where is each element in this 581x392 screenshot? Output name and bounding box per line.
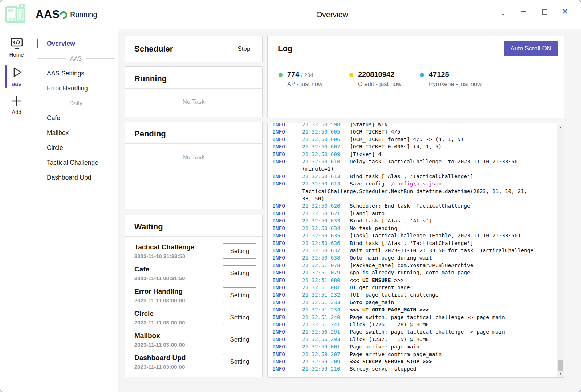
rail-item-home[interactable]: Home — [0, 33, 33, 61]
log-timestamp: 21:32:59.001 — [302, 344, 340, 350]
setting-button[interactable]: Setting — [223, 287, 256, 303]
pending-empty-text: No Task — [125, 144, 262, 161]
log-entry: INFO21:32:51.081 | UI get current page — [302, 284, 556, 291]
log-separator: | — [340, 144, 350, 150]
log-separator: | — [340, 240, 350, 246]
setting-button[interactable]: Setting — [223, 354, 256, 369]
log-separator: | — [340, 351, 350, 357]
log-entry: INFO21:32:50.637 | Wait until 2023-11-10… — [302, 247, 556, 254]
running-title: Running — [125, 67, 262, 88]
task-next-run-time: 2023-11-11 03:00:00 — [134, 319, 185, 326]
close-button[interactable]: ✕ — [559, 5, 571, 19]
stat-value: 220810942 — [358, 70, 394, 78]
stat-pyroxene: 47125Pyroxene - just now — [420, 70, 491, 87]
log-entry: INFO21:32:51.233 | Goto page_main — [302, 299, 556, 306]
log-entry: INFO21:32:50.610 | Delay task `TacticalC… — [302, 158, 556, 173]
scroll-down-arrow-icon[interactable]: ▼ — [557, 371, 564, 376]
setting-button[interactable]: Setting — [223, 243, 256, 259]
log-timestamp: 21:32:50.614 — [302, 181, 340, 187]
sidebar-item-overview[interactable]: Overview — [33, 36, 118, 51]
sidebar-item-mailbox[interactable]: Mailbox — [33, 126, 118, 140]
setting-button[interactable]: Setting — [223, 265, 256, 281]
auto-scroll-toggle-button[interactable]: Auto Scroll ON — [504, 41, 558, 56]
log-level: INFO — [272, 262, 285, 269]
sidebar-item-error-handling[interactable]: Error Handling — [33, 81, 118, 96]
log-entry: INFO21:32:50.634 | No task pending — [302, 225, 556, 232]
task-name: Mailbox — [134, 332, 185, 340]
log-separator: | — [340, 329, 350, 335]
stat-text: 774/ 234AP - just now — [287, 70, 322, 87]
play-icon — [10, 66, 23, 79]
log-entry: INFO21:32:51.241 | Click (1226, 28) @ HO… — [302, 321, 556, 328]
log-level: INFO — [272, 202, 285, 209]
log-timestamp: 21:32:51.232 — [302, 292, 340, 298]
log-level: INFO — [272, 269, 285, 276]
log-message: Click (1226, 28) @ HOME — [350, 322, 429, 327]
setting-button[interactable]: Setting — [223, 310, 256, 325]
log-entry: INFO21:32:56.291 | Page switch: page_tac… — [302, 328, 556, 335]
minimize-button[interactable] — [517, 5, 530, 19]
waiting-row-dashboard-upd: Dashboard Upd2023-11-11 03:00:00Setting — [134, 351, 256, 373]
log-separator: | — [340, 173, 350, 179]
task-name: Tactical Challenge — [134, 243, 194, 251]
plus-icon — [11, 95, 23, 107]
nav-section-aas: AAS — [33, 51, 118, 66]
nav-item-label: Cafe — [47, 114, 60, 122]
log-entry: INFO21:32:50.609 | [Ticket] 4 — [302, 151, 556, 158]
log-timestamp: 21:32:50.610 — [302, 159, 340, 164]
log-entry: INFO21:32:50.598 | [Status] WIN — [302, 123, 556, 128]
log-message: Page switch: page_tactical_challenge -> … — [350, 329, 505, 335]
waiting-row-tactical-challenge: Tactical Challenge2023-11-10 21:33:50Set… — [134, 240, 256, 262]
log-level: INFO — [272, 351, 285, 358]
rail-item-add[interactable]: Add — [0, 90, 33, 119]
sidebar-item-circle[interactable]: Circle — [33, 140, 118, 155]
sidebar-item-dashboard-upd[interactable]: Dashboard Upd — [33, 170, 118, 185]
log-entry: INFO21:32:51.079 | App is already runnin… — [302, 269, 556, 276]
stat-dot-icon — [349, 73, 353, 77]
log-separator: | — [340, 307, 350, 313]
scrollbar-thumb[interactable] — [558, 360, 563, 371]
log-message: TacticalChallenge.Scheduler.NextRun=date… — [302, 188, 527, 194]
log-message: [Lang] auto — [350, 211, 385, 216]
log-message: [UI] page_tactical_challenge — [350, 292, 438, 298]
task-name: Cafe — [134, 265, 185, 273]
task-next-run-time: 2023-11-11 03:00:00 — [134, 342, 185, 348]
task-info: Tactical Challenge2023-11-10 21:33:50 — [134, 243, 194, 259]
stop-button[interactable]: Stop — [232, 41, 256, 57]
log-scrollbar[interactable]: ▲ ▼ — [557, 124, 564, 377]
log-entry: INFO21:32:59.001 | Page arrive: page_mai… — [302, 343, 556, 350]
update-download-icon[interactable]: ↓ — [497, 5, 509, 19]
log-entry: INFO21:32:51.080 | <<< UI ENSURE >>> — [302, 277, 556, 284]
scroll-up-arrow-icon[interactable]: ▲ — [557, 124, 564, 130]
log-timestamp: 21:32:51.078 — [302, 262, 340, 268]
log-separator: | — [340, 366, 350, 372]
log-timestamp: 21:32:50.634 — [302, 225, 340, 231]
task-name: Dashboard Upd — [134, 354, 186, 362]
log-timestamp: 21:32:50.621 — [302, 211, 340, 216]
stat-value-line: 774/ 234 — [287, 70, 322, 79]
maximize-button[interactable] — [538, 5, 550, 19]
log-message: [Task] TacticalChallenge (Enable, 2023-1… — [350, 233, 521, 238]
log-output[interactable]: INFO21:32:50.598 | [Status] WININFO21:32… — [268, 123, 557, 377]
log-timestamp: 21:32:50.605 — [302, 129, 340, 135]
page-title: Overview — [316, 10, 348, 19]
running-empty-text: No Task — [125, 89, 262, 106]
rail-label: aas — [12, 81, 21, 87]
setting-button[interactable]: Setting — [223, 332, 256, 347]
rail-item-aas[interactable]: aas — [0, 61, 33, 90]
nav-item-label: Tactical Challenge — [47, 159, 98, 167]
log-entry: INFO21:32:50.614 | Save config ./config\… — [302, 180, 556, 202]
log-message: 33, 50) — [302, 196, 324, 201]
log-level: INFO — [272, 336, 285, 343]
log-separator: | — [340, 159, 350, 164]
stat-label: Credit - just now — [358, 81, 401, 87]
sidebar-item-tactical-challenge[interactable]: Tactical Challenge — [33, 155, 118, 170]
log-entry: INFO21:32:59.209 | <<< SCRCPY SERVER STO… — [302, 358, 556, 365]
sidebar-item-cafe[interactable]: Cafe — [33, 111, 118, 126]
log-message: [OCR_TICKET] 4/5 — [350, 129, 401, 135]
sidebar-item-aas-settings[interactable]: AAS Settings — [33, 66, 118, 81]
task-info: Dashboard Upd2023-11-11 03:00:00 — [134, 354, 186, 370]
log-level: INFO — [272, 180, 285, 187]
log-separator: | — [340, 285, 350, 290]
rail-label: Home — [9, 52, 24, 58]
